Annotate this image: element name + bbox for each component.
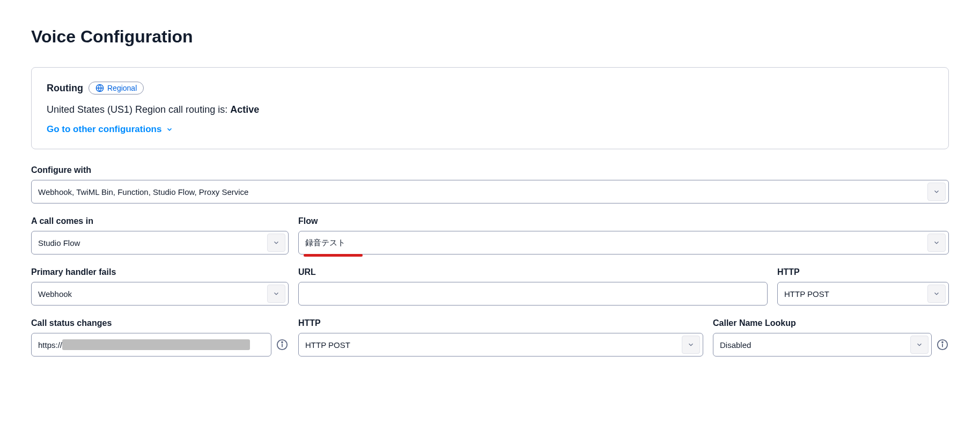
regional-pill[interactable]: Regional bbox=[89, 82, 144, 94]
svg-point-3 bbox=[282, 342, 283, 343]
http1-select[interactable]: HTTP POST bbox=[777, 282, 949, 306]
chevron-down-icon bbox=[927, 285, 946, 303]
routing-status-prefix: United States (US1) Region call routing … bbox=[47, 104, 230, 115]
flow-select[interactable]: 録音テスト bbox=[298, 231, 949, 255]
info-icon[interactable] bbox=[936, 338, 949, 351]
info-icon[interactable] bbox=[276, 338, 289, 351]
primary-handler-fails-label: Primary handler fails bbox=[31, 267, 289, 277]
http1-value: HTTP POST bbox=[784, 289, 942, 299]
flow-label: Flow bbox=[298, 216, 949, 226]
svg-point-6 bbox=[942, 342, 943, 343]
chevron-down-icon bbox=[927, 183, 946, 201]
chevron-down-icon bbox=[166, 126, 173, 133]
globe-icon bbox=[95, 84, 104, 92]
configure-with-label: Configure with bbox=[31, 165, 949, 175]
page-title: Voice Configuration bbox=[31, 27, 949, 47]
chevron-down-icon bbox=[267, 234, 285, 252]
primary-handler-fails-value: Webhook bbox=[38, 289, 282, 299]
chevron-down-icon bbox=[682, 336, 700, 354]
link-label: Go to other configurations bbox=[47, 124, 161, 135]
caller-name-lookup-value: Disabled bbox=[720, 340, 925, 350]
caller-name-lookup-label: Caller Name Lookup bbox=[713, 318, 949, 328]
call-comes-in-select[interactable]: Studio Flow bbox=[31, 231, 289, 255]
url-input-wrap bbox=[298, 282, 768, 306]
url-input[interactable] bbox=[305, 289, 761, 299]
chevron-down-icon bbox=[910, 336, 929, 354]
http1-label: HTTP bbox=[777, 267, 949, 277]
call-comes-in-label: A call comes in bbox=[31, 216, 289, 226]
configure-with-value: Webhook, TwiML Bin, Function, Studio Flo… bbox=[38, 187, 942, 197]
routing-status-value: Active bbox=[230, 104, 259, 115]
configure-with-select[interactable]: Webhook, TwiML Bin, Function, Studio Flo… bbox=[31, 180, 949, 203]
regional-pill-label: Regional bbox=[107, 84, 137, 92]
call-status-changes-label: Call status changes bbox=[31, 318, 289, 328]
routing-status: United States (US1) Region call routing … bbox=[47, 104, 933, 115]
chevron-down-icon bbox=[927, 234, 946, 252]
annotation-underline bbox=[304, 254, 363, 257]
routing-card: Routing Regional United States (US1) Reg… bbox=[31, 67, 949, 149]
call-status-prefix: https:// bbox=[38, 340, 62, 350]
flow-value: 録音テスト bbox=[305, 238, 942, 248]
http2-label: HTTP bbox=[298, 318, 703, 328]
url-label: URL bbox=[298, 267, 768, 277]
routing-title: Routing bbox=[47, 83, 83, 94]
other-configurations-link[interactable]: Go to other configurations bbox=[47, 124, 173, 135]
call-comes-in-value: Studio Flow bbox=[38, 238, 282, 248]
redacted-url bbox=[62, 339, 250, 350]
caller-name-lookup-select[interactable]: Disabled bbox=[713, 333, 932, 357]
call-status-changes-input-wrap: https:// bbox=[31, 333, 271, 357]
chevron-down-icon bbox=[267, 285, 285, 303]
primary-handler-fails-select[interactable]: Webhook bbox=[31, 282, 289, 306]
http2-select[interactable]: HTTP POST bbox=[298, 333, 703, 357]
http2-value: HTTP POST bbox=[305, 340, 696, 350]
